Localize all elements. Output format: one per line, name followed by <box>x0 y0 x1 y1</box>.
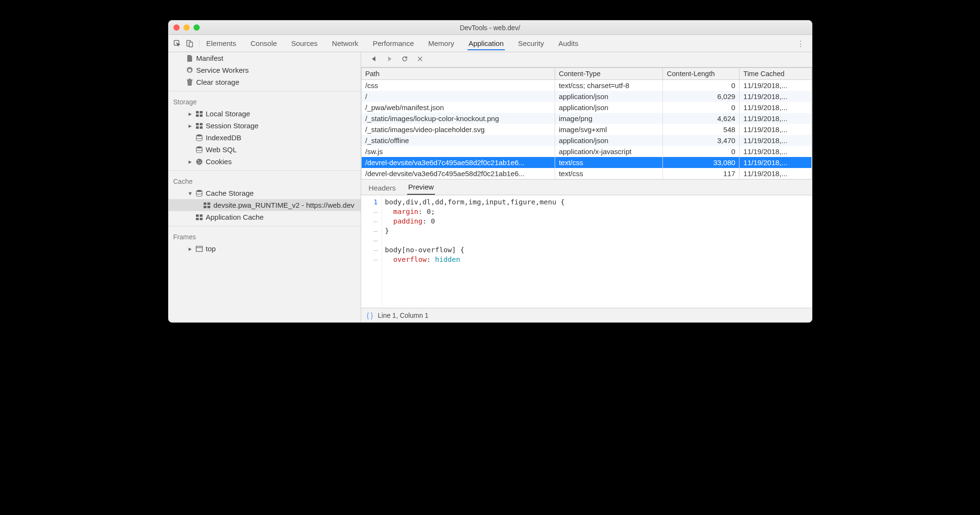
cell-time: 11/19/2018,... <box>740 157 811 168</box>
window-title: DevTools - web.dev/ <box>169 24 812 32</box>
cell-path: /_pwa/web/manifest.json <box>361 102 555 113</box>
sidebar-item-web-sql[interactable]: Web SQL <box>169 144 361 156</box>
disclosure-icon[interactable]: ► <box>188 159 193 165</box>
svg-rect-8 <box>200 123 203 125</box>
table-row[interactable]: /sw.jsapplication/x-javascript011/19/201… <box>361 146 811 157</box>
cell-ctype: text/css <box>555 157 663 168</box>
disclosure-icon[interactable]: ► <box>188 123 193 129</box>
table-row[interactable]: /devrel-devsite/va3e6d7c495ae58d2f0c21ab… <box>361 157 811 168</box>
col-path[interactable]: Path <box>361 68 555 80</box>
window-icon <box>195 245 203 253</box>
col-content-type[interactable]: Content-Type <box>555 68 663 80</box>
svg-rect-23 <box>200 214 203 217</box>
tab-application[interactable]: Application <box>467 36 504 50</box>
traffic-lights <box>173 24 200 31</box>
sidebar-item-manifest[interactable]: Manifest <box>169 52 361 64</box>
statusbar: { } Line 1, Column 1 <box>361 308 812 322</box>
nav-forward-icon[interactable] <box>386 56 393 64</box>
svg-rect-7 <box>196 123 199 125</box>
sidebar-item-clear-storage[interactable]: Clear storage <box>169 76 361 88</box>
svg-rect-5 <box>196 114 199 117</box>
cell-time: 11/19/2018,... <box>740 146 811 157</box>
sidebar-item-label: Manifest <box>196 54 224 62</box>
sidebar-item-top[interactable]: ►top <box>169 243 361 255</box>
minimize-icon[interactable] <box>183 24 190 31</box>
cell-clen: 4,624 <box>663 113 740 124</box>
cell-ctype: image/svg+xml <box>555 124 663 135</box>
sidebar-item-application-cache[interactable]: Application Cache <box>169 211 361 223</box>
nav-back-icon[interactable] <box>371 56 377 64</box>
pretty-print-icon[interactable]: { } <box>367 312 373 319</box>
cache-entries-table: PathContent-TypeContent-LengthTime Cache… <box>361 67 812 179</box>
cell-time: 11/19/2018,... <box>740 168 811 179</box>
tab-security[interactable]: Security <box>517 36 545 50</box>
sidebar-item-label: Cookies <box>206 157 232 166</box>
table-row[interactable]: /_static/offlineapplication/json3,47011/… <box>361 135 811 146</box>
zoom-icon[interactable] <box>194 24 200 31</box>
sidebar-item-service-workers[interactable]: Service Workers <box>169 64 361 76</box>
table-row[interactable]: /_static/images/lockup-color-knockout.pn… <box>361 113 811 124</box>
col-content-length[interactable]: Content-Length <box>663 68 740 80</box>
main-tabbar: ElementsConsoleSourcesNetworkPerformance… <box>169 35 812 52</box>
svg-rect-24 <box>196 218 199 220</box>
db-icon <box>195 134 203 142</box>
tab-network[interactable]: Network <box>331 36 359 50</box>
disclosure-icon[interactable]: ► <box>188 246 193 252</box>
grid-icon <box>195 213 203 221</box>
devtools-window: DevTools - web.dev/ ElementsConsoleSourc… <box>168 20 812 323</box>
cell-ctype: application/json <box>555 135 663 146</box>
table-row[interactable]: /csstext/css; charset=utf-8011/19/2018,.… <box>361 80 811 91</box>
subtab-headers[interactable]: Headers <box>368 181 397 195</box>
cell-ctype: image/png <box>555 113 663 124</box>
cell-clen: 0 <box>663 146 740 157</box>
cell-path: /css <box>361 80 555 91</box>
table-row[interactable]: /_pwa/web/manifest.jsonapplication/json0… <box>361 102 811 113</box>
sidebar-item-label: devsite.pwa_RUNTIME_v2 - https://web.dev <box>214 201 354 209</box>
sidebar-item-indexeddb[interactable]: IndexedDB <box>169 132 361 144</box>
table-row[interactable]: /devrel-devsite/va3e6d7c495ae58d2f0c21ab… <box>361 168 811 179</box>
sidebar-item-session-storage[interactable]: ►Session Storage <box>169 120 361 132</box>
tab-audits[interactable]: Audits <box>558 36 580 50</box>
table-row[interactable]: /_static/images/video-placeholder.svgima… <box>361 124 811 135</box>
disclosure-icon[interactable]: ▼ <box>188 190 193 196</box>
svg-rect-25 <box>200 218 203 220</box>
table-row[interactable]: /application/json6,02911/19/2018,... <box>361 91 811 102</box>
db-icon <box>195 190 203 197</box>
sidebar-item-cookies[interactable]: ►Cookies <box>169 156 361 168</box>
refresh-icon[interactable] <box>401 56 408 64</box>
svg-rect-3 <box>196 111 199 113</box>
svg-rect-21 <box>207 206 210 208</box>
sidebar-item-label: Web SQL <box>206 146 237 154</box>
svg-rect-18 <box>204 202 206 205</box>
svg-rect-22 <box>196 214 199 217</box>
subtab-preview[interactable]: Preview <box>407 180 434 195</box>
tab-performance[interactable]: Performance <box>372 36 415 50</box>
clear-icon[interactable] <box>417 56 423 64</box>
file-icon <box>186 55 194 62</box>
tab-sources[interactable]: Sources <box>290 36 319 50</box>
svg-point-11 <box>196 134 202 136</box>
sidebar-item-devsite-pwa-runtime-v2-https-w[interactable]: devsite.pwa_RUNTIME_v2 - https://web.dev <box>169 199 361 211</box>
cell-clen: 6,029 <box>663 91 740 102</box>
cache-toolbar <box>361 52 812 67</box>
close-icon[interactable] <box>173 24 180 31</box>
tab-elements[interactable]: Elements <box>205 36 238 50</box>
inspect-icon[interactable] <box>173 40 181 47</box>
cell-path: /devrel-devsite/va3e6d7c495ae58d2f0c21ab… <box>361 157 555 168</box>
application-sidebar: ManifestService WorkersClear storage Sto… <box>169 52 361 322</box>
cell-path: /_static/offline <box>361 135 555 146</box>
gear-icon <box>186 67 194 74</box>
svg-rect-2 <box>189 42 193 47</box>
tab-memory[interactable]: Memory <box>427 36 455 50</box>
disclosure-icon[interactable]: ► <box>188 111 193 117</box>
svg-rect-10 <box>200 126 203 129</box>
sidebar-item-label: Application Cache <box>206 213 264 221</box>
cell-time: 11/19/2018,... <box>740 124 811 135</box>
device-toggle-icon[interactable] <box>186 40 194 47</box>
tab-console[interactable]: Console <box>250 36 278 50</box>
cookie-icon <box>195 158 203 166</box>
kebab-menu-icon[interactable]: ⋮ <box>794 39 807 48</box>
sidebar-item-cache-storage[interactable]: ▼Cache Storage <box>169 187 361 199</box>
col-time-cached[interactable]: Time Cached <box>740 68 811 80</box>
sidebar-item-local-storage[interactable]: ►Local Storage <box>169 108 361 120</box>
